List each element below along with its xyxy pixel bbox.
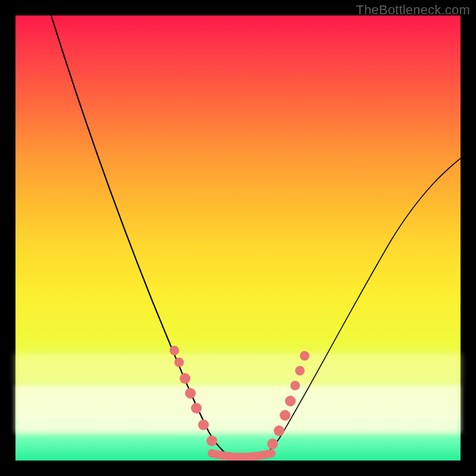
series-marker [206,436,217,446]
series-marker [290,381,300,390]
series-marker [274,425,284,436]
watermark-text: TheBottleneck.com [356,2,470,18]
bead-trough [212,453,271,457]
series-marker [170,346,179,355]
plot-area [15,15,461,461]
series-marker [198,419,209,430]
series-marker [267,439,278,449]
series-marker [180,373,190,384]
series-marker [295,366,305,375]
series-marker [280,410,290,421]
series-marker [185,388,196,399]
chart-svg [15,15,461,461]
curve-right [245,158,461,461]
series-marker [191,403,202,414]
curve-left [51,15,245,461]
series-marker [285,396,296,406]
series-marker [300,351,309,361]
series-marker [174,358,184,367]
